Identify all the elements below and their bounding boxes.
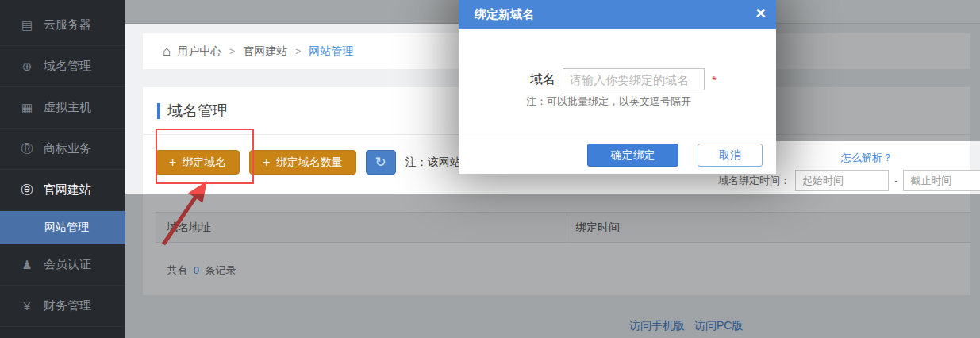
sidebar-item-label: 财务管理	[44, 298, 91, 313]
modal-header: 绑定新域名	[459, 0, 776, 29]
date-range-dash: -	[894, 175, 897, 186]
refresh-button[interactable]: ↻	[366, 150, 396, 175]
toolbar: + 绑定域名 + 绑定域名数量 ↻ 注：该网站可绑	[156, 150, 483, 175]
how-to-resolve-link[interactable]: 怎么解析？	[841, 151, 893, 165]
bind-time-filter-label: 域名绑定时间：	[718, 174, 790, 188]
app-window: ▤ 云服务器 ⊕ 域名管理 ▦ 虚拟主机 Ⓡ 商标业务 ⓔ 官网建站 网站管理	[0, 0, 980, 338]
bind-quota-button-label: 绑定域名数量	[276, 156, 343, 170]
end-time-input[interactable]	[903, 170, 980, 191]
sidebar-item-domain-management[interactable]: ⊕ 域名管理	[0, 46, 125, 87]
sidebar-item-label: 官网建站	[44, 182, 91, 198]
visit-mobile-link[interactable]: 访问手机版	[629, 319, 685, 333]
start-time-input[interactable]	[795, 170, 889, 191]
trademark-icon: Ⓡ	[19, 141, 35, 156]
confirm-bind-button[interactable]: 确定绑定	[587, 144, 678, 167]
sidebar-item-label: 虚拟主机	[44, 100, 91, 115]
sidebar-item-trademark[interactable]: Ⓡ 商标业务	[0, 129, 125, 170]
plus-icon: +	[263, 156, 270, 169]
host-icon: ▦	[19, 101, 35, 115]
bind-domain-button[interactable]: + 绑定域名	[156, 150, 240, 175]
bind-domain-button-label: 绑定域名	[182, 156, 226, 170]
sidebar-item-cloud-server[interactable]: ▤ 云服务器	[0, 5, 125, 46]
sidebar-item-label: 域名管理	[44, 59, 91, 74]
breadcrumb-site-builder[interactable]: 官网建站	[243, 44, 287, 59]
sidebar: ▤ 云服务器 ⊕ 域名管理 ▦ 虚拟主机 Ⓡ 商标业务 ⓔ 官网建站 网站管理	[0, 0, 125, 338]
sidebar-item-label: 会员认证	[44, 257, 91, 272]
sidebar-item-website-builder[interactable]: ⓔ 官网建站	[0, 170, 125, 211]
sidebar-item-finance[interactable]: ¥ 财务管理	[0, 286, 125, 327]
bind-new-domain-modal: 绑定新域名 × 域名 * 注：可以批量绑定，以英文逗号隔开 确定绑定 取消	[459, 0, 776, 174]
batch-bind-helper-text: 注：可以批量绑定，以英文逗号隔开	[526, 94, 691, 109]
home-icon: ⌂	[163, 44, 171, 60]
domain-field-row: 域名 *	[530, 68, 717, 90]
breadcrumb-user-center[interactable]: 用户中心	[177, 44, 221, 59]
summary-prefix: 共有	[167, 264, 187, 276]
sidebar-subitem-label: 网站管理	[44, 221, 89, 235]
record-summary: 共有 0 条记录	[167, 263, 236, 278]
required-asterisk: *	[712, 73, 717, 86]
person-icon: ♟	[19, 258, 35, 272]
modal-title: 绑定新域名	[475, 7, 534, 22]
breadcrumb-separator: >	[229, 46, 235, 57]
title-accent-bar	[157, 103, 160, 119]
page-title: 域名管理	[167, 101, 228, 121]
summary-suffix: 条记录	[205, 264, 236, 276]
refresh-icon: ↻	[375, 154, 386, 171]
site-builder-icon: ⓔ	[19, 182, 35, 198]
column-header-bind-time: 绑定时间	[567, 221, 970, 235]
sidebar-subitem-site-management[interactable]: 网站管理	[0, 211, 125, 244]
breadcrumb-separator: >	[295, 46, 301, 57]
sidebar-item-label: 云服务器	[44, 17, 91, 33]
sidebar-item-label: 商标业务	[44, 141, 91, 156]
plus-icon: +	[169, 156, 176, 169]
bind-domain-quota-button[interactable]: + 绑定域名数量	[249, 150, 355, 175]
domain-field-label: 域名	[530, 71, 555, 88]
sidebar-item-member-auth[interactable]: ♟ 会员认证	[0, 244, 125, 286]
sidebar-item-virtual-host[interactable]: ▦ 虚拟主机	[0, 87, 125, 129]
domain-input[interactable]	[563, 68, 705, 90]
breadcrumb-site-management[interactable]: 网站管理	[309, 44, 353, 59]
cancel-button[interactable]: 取消	[698, 144, 763, 167]
yuan-icon: ¥	[19, 299, 35, 313]
footer-links: 访问手机版 访问PC版	[629, 319, 743, 333]
close-icon[interactable]: ×	[755, 3, 766, 24]
modal-footer: 确定绑定 取消	[459, 136, 776, 174]
table-header-row: 域名地址 绑定时间	[156, 212, 970, 243]
globe-icon: ⊕	[19, 60, 35, 74]
visit-pc-link[interactable]: 访问PC版	[694, 319, 743, 333]
domain-table: 域名地址 绑定时间	[156, 212, 970, 243]
column-header-domain-address: 域名地址	[156, 212, 567, 243]
record-count: 0	[194, 264, 199, 276]
cloud-server-icon: ▤	[19, 18, 35, 33]
